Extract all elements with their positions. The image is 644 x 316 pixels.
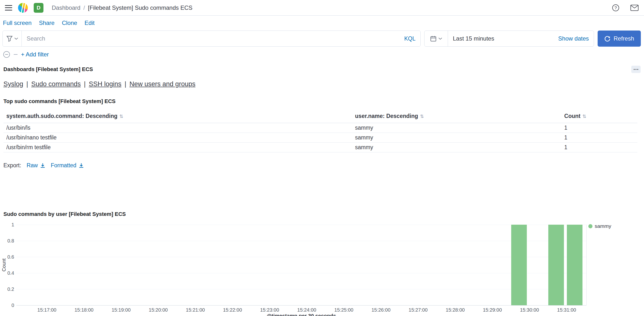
show-dates-button[interactable]: Show dates [558,35,594,42]
x-axis-tick-label: 15:23:00 [260,307,279,313]
edit-button[interactable]: Edit [84,20,94,26]
panel-menu-button[interactable]: ⋯ [631,66,640,73]
x-axis-tick-label: 15:30:00 [520,307,539,313]
time-picker: Last 15 minutes Show dates [424,30,594,47]
legend-item-sammy[interactable]: sammy [588,223,611,229]
chart-bar[interactable] [567,225,582,305]
calendar-icon [430,36,436,42]
chart-panel: Sudo commands by user [Filebeat System] … [4,211,640,316]
menu-icon[interactable] [5,5,12,10]
time-range-value[interactable]: Last 15 minutes [448,35,494,42]
export-raw-link[interactable]: Raw [26,162,46,169]
dashboard-action-bar: Full screen Share Clone Edit [0,16,644,26]
share-button[interactable]: Share [39,20,54,26]
link-separator: | [124,80,126,88]
y-axis-tick-label: 0.6 [4,254,14,260]
clone-button[interactable]: Clone [62,20,77,26]
kql-menu-button[interactable]: KQL [404,36,420,42]
y-gridline [16,241,586,241]
export-label: Export: [4,162,21,169]
x-axis-title: @timestamp per 30 seconds [266,313,336,316]
cell-count: 1 [561,133,638,142]
breadcrumb-dashboard[interactable]: Dashboard [52,4,80,11]
filter-options-icon[interactable] [3,51,10,58]
table-panel-title: Top sudo commands [Filebeat System] ECS [4,98,640,104]
x-axis-tick-label: 15:21:00 [186,307,205,313]
dashboard-links: Syslog|Sudo commands|SSH logins|New user… [4,80,640,88]
search-box: KQL [2,30,421,47]
y-gridline [16,225,586,225]
top-bar: D Dashboard / [Filebeat System] Sudo com… [0,0,644,16]
download-icon [78,163,84,168]
column-header-command[interactable]: system.auth.sudo.command: Descending⇅ [4,111,352,123]
link-sudo-commands[interactable]: Sudo commands [31,80,81,88]
sort-icon: ⇅ [420,114,424,119]
y-axis-tick-label: 0.2 [4,286,14,292]
y-axis-tick-label: 0 [4,302,14,308]
filter-icon [6,36,13,42]
add-filter-button[interactable]: + Add filter [21,51,49,58]
y-axis-tick-label: 0.8 [4,238,14,244]
y-axis-tick-label: 0.4 [4,270,14,276]
links-panel-title: Dashboards [Filebeat System] ECS [4,66,93,72]
x-axis-tick-label: 15:22:00 [223,307,242,313]
link-syslog[interactable]: Syslog [4,80,23,88]
cell-command: /usr/bin/rm testfile [4,142,352,152]
link-new-users-groups[interactable]: New users and groups [130,80,195,88]
search-input[interactable] [22,35,404,42]
chevron-down-icon [14,37,18,40]
table-row: /usr/bin/nano testfile sammy 1 [4,133,638,142]
legend-swatch [588,224,592,228]
saved-query-menu-button[interactable] [3,31,22,46]
x-axis-tick-label: 15:31:00 [557,307,576,313]
breadcrumb: Dashboard / [Filebeat System] Sudo comma… [52,4,192,11]
cell-username: sammy [352,123,561,133]
y-gridline [16,289,586,290]
elastic-logo-icon[interactable] [18,3,28,13]
column-header-username[interactable]: user.name: Descending⇅ [352,111,561,123]
table-row: /usr/bin/rm testfile sammy 1 [4,142,638,152]
svg-text:?: ? [614,6,617,10]
mail-icon[interactable] [630,5,639,11]
chevron-down-icon [438,37,442,40]
chart-bar[interactable] [511,225,527,305]
cell-count: 1 [561,142,638,152]
x-axis-tick-label: 15:27:00 [409,307,428,313]
sort-icon: ⇅ [582,114,586,119]
legend-label: sammy [595,223,611,229]
link-separator: | [84,80,86,88]
full-screen-button[interactable]: Full screen [3,20,32,26]
x-axis-tick-label: 15:29:00 [483,307,502,313]
refresh-button[interactable]: Refresh [598,30,641,47]
space-avatar[interactable]: D [34,3,44,13]
export-formatted-link[interactable]: Formatted [51,162,84,169]
link-ssh-logins[interactable]: SSH logins [89,80,122,88]
x-axis-tick-label: 15:19:00 [112,307,130,313]
y-axis-tick-label: 1 [4,222,14,228]
link-separator: | [26,80,28,88]
chart-bar[interactable] [548,225,564,305]
cell-username: sammy [352,133,561,142]
help-icon[interactable]: ? [612,4,620,12]
x-axis-tick-label: 15:25:00 [334,307,354,313]
sort-icon: ⇅ [120,114,123,119]
filter-bar-dash [14,54,18,55]
chart-panel-title: Sudo commands by user [Filebeat System] … [4,211,640,217]
query-bar: KQL Last 15 minutes Show dates Refresh [2,30,641,47]
y-gridline [16,257,586,257]
cell-command: /usr/bin/nano testfile [4,133,352,142]
x-axis-tick-label: 15:24:00 [297,307,316,313]
cell-count: 1 [561,123,638,133]
dashboard-container: Dashboards [Filebeat System] ECS ⋯ Syslo… [0,66,644,169]
table-row: /usr/bin/ls sammy 1 [4,123,638,133]
x-axis-tick-label: 15:20:00 [149,307,168,313]
x-axis-tick-label: 15:28:00 [446,307,465,313]
refresh-icon [604,36,610,42]
x-axis-tick-label: 15:17:00 [37,307,56,313]
page-title: [Filebeat System] Sudo commands ECS [88,4,192,11]
column-header-count[interactable]: Count⇅ [561,111,638,123]
breadcrumb-separator: / [83,4,85,11]
cell-command: /usr/bin/ls [4,123,352,133]
x-axis-tick-label: 15:18:00 [74,307,94,313]
quick-select-button[interactable] [424,31,448,46]
